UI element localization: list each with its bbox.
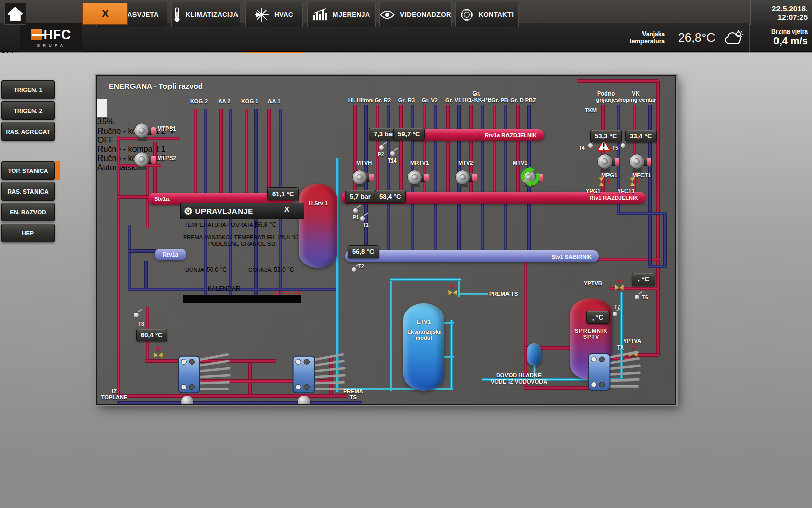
- tab-hvac[interactable]: HVAC: [245, 2, 303, 27]
- sensor-t6-icon: [634, 294, 640, 300]
- kalendar-label: KALENDAR: [208, 285, 241, 292]
- home-icon: [7, 6, 24, 22]
- row-value: 56,8 °C: [255, 221, 276, 228]
- kalendar-display: [183, 295, 301, 303]
- eye-icon: [380, 10, 395, 19]
- tab-videonadzor[interactable]: VIDEONADZOR: [379, 2, 452, 27]
- manifold-rtv1a-razdjelnik: Rtv1a RAZDJELNIK: [409, 129, 544, 141]
- footer-close-button[interactable]: X: [82, 3, 128, 25]
- date-value: 22.5.2018.: [772, 4, 808, 13]
- tank-sublabel: Ekspanzijski modul: [403, 329, 444, 341]
- pump-mtps2[interactable]: [133, 149, 156, 171]
- sidebar-label: TOP. STANICA: [8, 168, 48, 174]
- riser-label-gr-d-pbz: Gr. D PBZ: [505, 97, 541, 103]
- heat-exchanger-1: [177, 353, 232, 394]
- heat-exchanger-3: [587, 351, 642, 391]
- sensor-label-t4: T4: [579, 145, 585, 151]
- weather-block: [719, 23, 749, 52]
- dialog-close-button[interactable]: X: [284, 205, 302, 218]
- sidebar-label: HEP: [22, 230, 34, 236]
- tab-label: KONTAKTI: [479, 11, 514, 18]
- hfc-logo: HFC GRUPA: [20, 23, 82, 52]
- tab-label: MJERENJA: [333, 11, 370, 18]
- manifold-label: Stv1 SABIRNIK: [552, 253, 592, 260]
- dialog-row-povrat: TEMPERATURA POVRATA 56,8 °C: [180, 219, 304, 234]
- row-value: 26,8 °C: [278, 234, 298, 241]
- badge-stv1-temp: 56,8 °C: [348, 245, 379, 258]
- sensor-label-t8: T8: [138, 321, 144, 327]
- device-label-tx: TX: [617, 345, 624, 351]
- logo-text: HFC: [44, 27, 71, 42]
- manifold-label: Rtv1a: [163, 251, 178, 258]
- diagram-title: ENERGANA - Topli razvod: [109, 82, 203, 90]
- sidebar-label: EN. RAZVOD: [10, 209, 46, 215]
- tank-hsrv1: H Srv 1: [299, 184, 337, 268]
- tank-etv1: ETV1 Ekspanzijski modul: [403, 303, 444, 391]
- valve-label-ypg1: YPG1: [586, 188, 600, 194]
- label-prema-ts-mid: PREMA TS: [489, 291, 518, 297]
- dialog-title: UPRAVLJANJE: [195, 207, 253, 215]
- sensor-t14-icon: [390, 151, 395, 156]
- sidebar-item-top-stanica[interactable]: TOP. STANICA: [1, 161, 55, 180]
- sensor-label-t5: T5: [612, 145, 618, 151]
- heat-exchanger-2: [292, 353, 347, 394]
- tab-mjerenja[interactable]: MJERENJA: [307, 2, 376, 27]
- pump-mtv2[interactable]: [454, 167, 478, 188]
- expansion-vessel: [527, 343, 541, 366]
- tab-klimatizacija[interactable]: KLIMATIZACIJA: [171, 2, 240, 27]
- sidebar-item-trigen2[interactable]: TRIGEN. 2: [1, 101, 55, 120]
- tank-label: ETV1: [403, 319, 444, 325]
- valve-label-yptva: YPTVA: [623, 338, 641, 344]
- sidebar-item-ras-agregat[interactable]: RAS. AGREGAT: [1, 122, 55, 141]
- pump-mfct1[interactable]: [628, 151, 652, 173]
- outside-temp-label: Vanjska temperatura: [589, 23, 670, 52]
- sidebar-item-hep[interactable]: HEP: [1, 224, 55, 242]
- valve-prema-ts[interactable]: [448, 285, 458, 298]
- pump-mrtv1[interactable]: [406, 167, 429, 188]
- kalendar-button[interactable]: KALENDAR: [180, 281, 267, 305]
- sensor-label-t6: T6: [642, 295, 648, 300]
- label-prema-ts-bottom: PREMA TS: [343, 388, 363, 400]
- valve-ypg1[interactable]: [596, 177, 609, 187]
- outside-temp-value: 26,8°C: [674, 23, 719, 52]
- tab-kontakti[interactable]: KONTAKTI: [455, 2, 519, 27]
- pump-label-mtv2: MTV2: [458, 160, 473, 166]
- sidebar-active-indicator: [55, 161, 60, 180]
- device-label-tkm: TKM: [585, 107, 597, 113]
- dialog-titlebar[interactable]: ⚙ UPRAVLJANJE X: [180, 203, 304, 219]
- sensor-t8-icon: [133, 312, 139, 318]
- sidebar-label: RAS. AGREGAT: [6, 129, 50, 135]
- lifebuoy-icon: [460, 8, 473, 21]
- sidebar-item-en-razvod[interactable]: EN. RAZVOD: [1, 203, 55, 221]
- valve-heating-circuit[interactable]: [153, 347, 163, 361]
- sensor-t7-icon: [612, 311, 618, 317]
- sensor-label-t2: T2: [358, 264, 364, 269]
- sun-snowflake-icon: [255, 8, 269, 22]
- pump-mtps1[interactable]: [133, 120, 156, 142]
- sensor-label-p2: P2: [378, 152, 384, 157]
- riser-label-aa1: AA 1: [259, 98, 289, 104]
- badge-vk-temp: 33,4 °C: [625, 130, 657, 142]
- sidebar-item-trigen1[interactable]: TRIGEN. 1: [1, 80, 55, 99]
- valve-yfct1[interactable]: [627, 177, 640, 187]
- donja-label: DONJA: [185, 267, 204, 273]
- label-iz-toplane: IZ TOPLANE: [100, 388, 128, 400]
- manifold-stv1-sabirnik: Stv1 SABIRNIK: [345, 250, 599, 262]
- badge-t8-temp: 60,4 °C: [136, 329, 167, 341]
- valve-yptvb[interactable]: [614, 280, 624, 293]
- cloud-sun-icon: [724, 30, 745, 45]
- badge-stv1a-temp: 61,1 °C: [267, 187, 299, 200]
- sidebar-item-ras-stanica[interactable]: RAS. STANICA: [1, 182, 55, 201]
- badge-rtv1-temp: 58,4 °C: [375, 190, 406, 203]
- wind-label: Brzina vjetra: [771, 28, 808, 35]
- pump-mtvh[interactable]: [351, 167, 375, 188]
- manifold-label: Rtv1 RAZDJELNIK: [589, 195, 638, 201]
- tkm-meter: [97, 76, 105, 99]
- home-button[interactable]: [4, 3, 26, 25]
- granice-label: PODEŠENE GRANICE SU:: [180, 241, 304, 247]
- dialog-gornja: GORNJA 53,0 °C: [243, 265, 304, 279]
- valve-label-yfct1: YFCT1: [617, 188, 635, 194]
- pump-mpg1[interactable]: [596, 151, 620, 173]
- gear-icon: ⚙: [184, 206, 193, 216]
- pump-label-mtv1: MTV1: [513, 160, 527, 166]
